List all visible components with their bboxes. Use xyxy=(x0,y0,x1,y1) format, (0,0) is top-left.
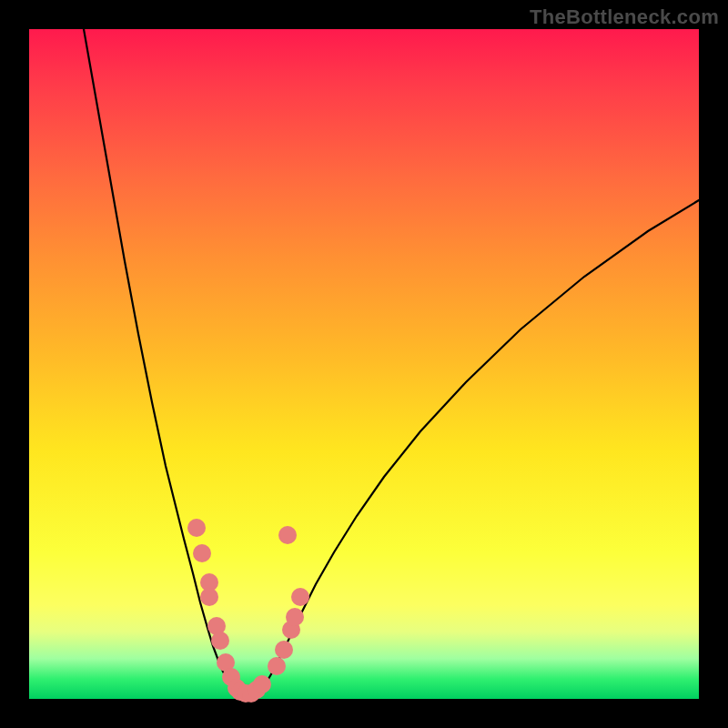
chart-frame xyxy=(29,29,699,699)
highlight-marker xyxy=(268,657,286,675)
highlight-marker xyxy=(211,632,229,650)
curve-right-branch xyxy=(268,200,699,679)
marker-group xyxy=(187,519,309,703)
highlight-marker xyxy=(187,519,206,537)
watermark-text: TheBottleneck.com xyxy=(530,5,719,29)
bottleneck-curve-plot xyxy=(29,29,699,699)
highlight-marker xyxy=(193,544,211,562)
highlight-marker xyxy=(275,641,293,659)
highlight-marker xyxy=(291,588,309,606)
highlight-marker xyxy=(200,588,218,606)
highlight-marker xyxy=(286,608,304,626)
highlight-marker xyxy=(278,526,297,544)
highlight-marker xyxy=(253,675,271,693)
